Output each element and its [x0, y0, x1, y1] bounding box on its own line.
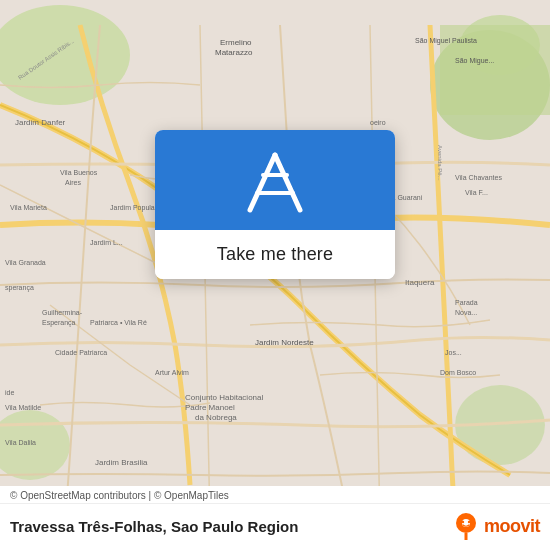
svg-text:ide: ide: [5, 389, 14, 396]
svg-text:Jardim L...: Jardim L...: [90, 239, 123, 246]
svg-text:da Nobrega: da Nobrega: [195, 413, 237, 422]
svg-text:Itaquera: Itaquera: [405, 278, 435, 287]
action-card: Take me there: [155, 130, 395, 279]
svg-text:Vila Matilde: Vila Matilde: [5, 404, 41, 411]
card-icon-area: [155, 130, 395, 230]
moovit-logo: moovit: [452, 512, 540, 540]
svg-text:Matarazzo: Matarazzo: [215, 48, 253, 57]
bottom-bar: © OpenStreetMap contributors | © OpenMap…: [0, 486, 550, 550]
svg-text:Jardim Brasilia: Jardim Brasilia: [95, 458, 148, 467]
svg-point-49: [462, 521, 464, 523]
location-row: Travessa Três-Folhas, Sao Paulo Region m…: [0, 504, 550, 550]
svg-text:Dom Bosco: Dom Bosco: [440, 369, 476, 376]
take-me-there-button[interactable]: Take me there: [155, 230, 395, 279]
svg-text:oeiro: oeiro: [370, 119, 386, 126]
svg-text:Vila Chavantes: Vila Chavantes: [455, 174, 502, 181]
moovit-pin-icon: [452, 512, 480, 540]
svg-text:Parada: Parada: [455, 299, 478, 306]
svg-text:Vila Buenos: Vila Buenos: [60, 169, 98, 176]
svg-text:Avenida Pê...: Avenida Pê...: [437, 145, 443, 181]
svg-text:Cidade Patriarca: Cidade Patriarca: [55, 349, 107, 356]
svg-text:Ermelino: Ermelino: [220, 38, 252, 47]
svg-point-50: [468, 521, 470, 523]
svg-text:Patriarca • Vila Ré: Patriarca • Vila Ré: [90, 319, 147, 326]
svg-text:Vila Marieta: Vila Marieta: [10, 204, 47, 211]
svg-line-44: [275, 155, 300, 210]
svg-text:Guilhermina-: Guilhermina-: [42, 309, 83, 316]
svg-text:Artur Alvim: Artur Alvim: [155, 369, 189, 376]
svg-text:Jos...: Jos...: [445, 349, 462, 356]
location-label: Travessa Três-Folhas, Sao Paulo Region: [10, 518, 298, 535]
svg-text:Vila Dalila: Vila Dalila: [5, 439, 36, 446]
svg-text:Jardim Danfer: Jardim Danfer: [15, 118, 66, 127]
road-icon: [235, 145, 315, 215]
svg-text:Padre Manoel: Padre Manoel: [185, 403, 235, 412]
svg-text:Jardim Popular: Jardim Popular: [110, 204, 158, 212]
moovit-brand-text: moovit: [484, 516, 540, 537]
svg-text:Jardim Nordeste: Jardim Nordeste: [255, 338, 314, 347]
svg-text:São Miguel Paulista: São Miguel Paulista: [415, 37, 477, 45]
svg-text:Nova...: Nova...: [455, 309, 477, 316]
svg-text:sperança: sperança: [5, 284, 34, 292]
svg-text:Vila Granada: Vila Granada: [5, 259, 46, 266]
svg-text:Conjunto Habitacional: Conjunto Habitacional: [185, 393, 263, 402]
map-attribution: © OpenStreetMap contributors | © OpenMap…: [0, 486, 550, 504]
svg-text:Aires: Aires: [65, 179, 81, 186]
svg-line-43: [250, 155, 275, 210]
svg-text:São Migue...: São Migue...: [455, 57, 494, 65]
svg-text:Vila F...: Vila F...: [465, 189, 488, 196]
map-container: Jardim Danfer Vila Buenos Aires Vila Mar…: [0, 0, 550, 550]
svg-text:Esperança: Esperança: [42, 319, 76, 327]
